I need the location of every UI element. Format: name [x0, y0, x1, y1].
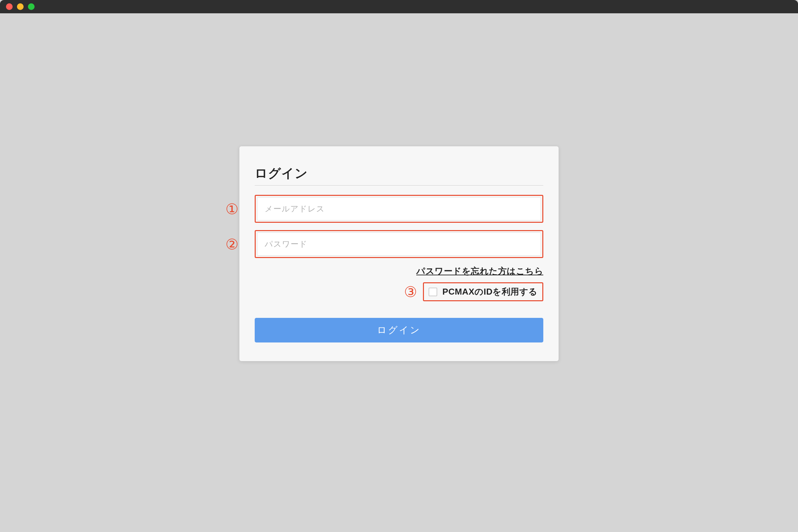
annotation-three: ③ [404, 283, 417, 300]
login-button[interactable]: ログイン [255, 318, 543, 342]
email-input[interactable] [257, 197, 541, 221]
login-card: ログイン ① ② パスワードを忘れた方はこちら ③ P [240, 146, 558, 361]
form-title: ログイン [255, 165, 543, 186]
use-id-label: PCMAXのIDを利用する [442, 286, 538, 298]
email-highlight [255, 195, 543, 223]
email-field-wrap: ① [255, 195, 543, 223]
close-icon[interactable] [6, 3, 13, 10]
app-window: ログイン ① ② パスワードを忘れた方はこちら ③ P [0, 0, 798, 532]
titlebar [0, 0, 798, 13]
maximize-icon[interactable] [28, 3, 35, 10]
use-id-highlight: PCMAXのIDを利用する [423, 282, 543, 301]
annotation-two: ② [225, 236, 239, 253]
forgot-row: パスワードを忘れた方はこちら [255, 265, 543, 277]
forgot-password-link[interactable]: パスワードを忘れた方はこちら [416, 265, 543, 277]
minimize-icon[interactable] [17, 3, 24, 10]
password-highlight [255, 230, 543, 258]
use-id-row: ③ PCMAXのIDを利用する [255, 282, 543, 301]
annotation-one: ① [225, 201, 239, 217]
content-area: ログイン ① ② パスワードを忘れた方はこちら ③ P [0, 13, 798, 532]
password-input[interactable] [257, 232, 541, 256]
password-field-wrap: ② [255, 230, 543, 258]
use-id-checkbox[interactable] [429, 288, 437, 296]
